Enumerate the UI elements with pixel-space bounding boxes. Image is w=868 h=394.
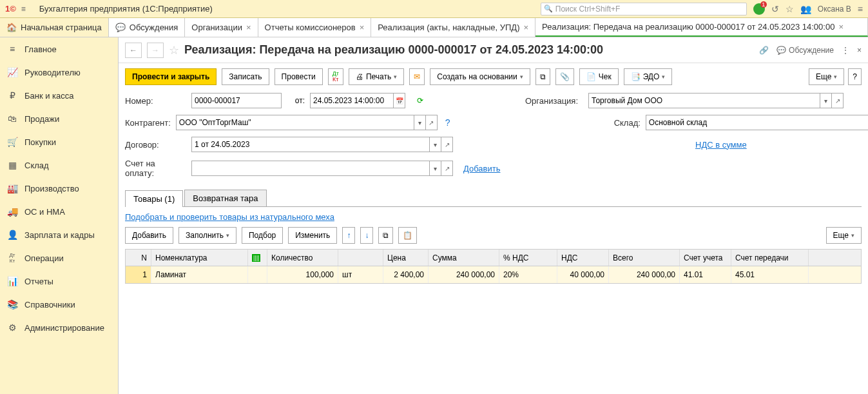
move-up-button[interactable]: ↑ [342, 227, 355, 244]
sidebar-item-production[interactable]: 🏭Производство [0, 177, 118, 200]
table-row[interactable]: 1 Ламинат 100,000 шт 2 400,00 240 000,00… [126, 266, 861, 283]
link-icon[interactable]: 🔗 [759, 46, 769, 55]
add-row-button[interactable]: Добавить [125, 227, 173, 244]
warehouse-input[interactable] [646, 115, 868, 130]
edo-button[interactable]: 📑ЭДО▾ [624, 68, 673, 85]
cell-acc[interactable]: 41.01 [680, 266, 731, 283]
col-acc-transfer[interactable]: Счет передачи [731, 250, 809, 266]
post-button[interactable]: Провести [275, 68, 323, 85]
favorite-icon[interactable]: ☆ [786, 4, 794, 14]
copy-button[interactable]: ⧉ [378, 227, 393, 244]
cell-vatpct[interactable]: 20% [499, 266, 557, 283]
sidebar-item-main[interactable]: ≡Главное [0, 37, 118, 61]
org-input[interactable] [588, 93, 820, 108]
chevron-down-icon[interactable]: ▾ [430, 137, 441, 152]
dtkt-button[interactable]: ДтКт [328, 68, 343, 85]
close-icon[interactable]: × [360, 23, 365, 32]
star-icon[interactable]: ☆ [169, 43, 179, 57]
discussion-button[interactable]: 💬Обсуждение [776, 46, 834, 55]
sidebar-item-reports[interactable]: 📊Отчеты [0, 270, 118, 293]
sidebar-item-manager[interactable]: 📈Руководителю [0, 61, 118, 84]
post-close-button[interactable]: Провести и закрыть [125, 68, 217, 85]
calendar-icon[interactable]: 📅 [394, 93, 405, 108]
contract-input[interactable] [191, 137, 430, 152]
col-qty[interactable]: Количество [267, 250, 338, 266]
print-button[interactable]: 🖨Печать▾ [349, 68, 404, 85]
number-input[interactable] [191, 93, 282, 108]
tab-realization-list[interactable]: Реализация (акты, накладные, УПД)× [371, 18, 535, 37]
user-name[interactable]: Оксана В [818, 5, 851, 14]
close-icon[interactable]: × [246, 23, 251, 32]
edit-button[interactable]: Изменить [288, 227, 337, 244]
cell-total[interactable]: 240 000,00 [609, 266, 680, 283]
help-icon[interactable]: ? [445, 117, 450, 128]
subtab-goods[interactable]: Товары (1) [125, 190, 183, 207]
col-unit[interactable] [338, 250, 383, 266]
refresh-icon[interactable]: ⟳ [417, 96, 423, 105]
mail-button[interactable]: ✉ [409, 68, 425, 85]
select-button[interactable]: Подбор [242, 227, 283, 244]
sidebar-item-catalogs[interactable]: 📚Справочники [0, 293, 118, 316]
cell-n[interactable]: 1 [126, 266, 151, 283]
close-icon[interactable]: × [524, 23, 529, 32]
close-icon[interactable]: × [857, 46, 862, 55]
fur-check-link[interactable]: Подобрать и проверить товары из натураль… [125, 212, 334, 222]
check-button[interactable]: 📄Чек [579, 68, 619, 85]
open-icon[interactable]: ↗ [441, 137, 453, 152]
col-price[interactable]: Цена [383, 250, 429, 266]
more-icon[interactable]: ⋮ [842, 46, 849, 55]
sidebar-item-operations[interactable]: ДтКтОперации [0, 246, 118, 270]
close-icon[interactable]: × [838, 22, 844, 32]
related-button[interactable]: ⧉ [535, 68, 550, 85]
sidebar-item-purchases[interactable]: 🛒Покупки [0, 130, 118, 153]
col-vatpct[interactable]: % НДС [499, 250, 557, 266]
open-icon[interactable]: ↗ [426, 115, 438, 130]
attach-button[interactable]: 📎 [555, 68, 574, 85]
col-n[interactable]: N [126, 250, 151, 266]
tab-realization-doc[interactable]: Реализация: Передача на реализацию 0000-… [535, 18, 868, 37]
cell-nomenclature[interactable]: Ламинат [151, 266, 248, 283]
counterparty-input[interactable] [176, 115, 414, 130]
cell-sum[interactable]: 240 000,00 [429, 266, 499, 283]
sidebar-item-bank[interactable]: ₽Банк и касса [0, 84, 118, 107]
paste-button[interactable]: 📋 [398, 227, 417, 244]
sidebar-item-assets[interactable]: 🚚ОС и НМА [0, 200, 118, 223]
chevron-down-icon[interactable]: ▾ [414, 115, 426, 130]
tab-organizations[interactable]: Организации× [185, 18, 258, 37]
chevron-down-icon[interactable]: ▾ [430, 161, 441, 176]
col-nomenclature[interactable]: Номенклатура [151, 250, 248, 266]
open-icon[interactable]: ↗ [441, 161, 453, 176]
col-sum[interactable]: Сумма [429, 250, 499, 266]
col-barcode-icon[interactable]: |||| [248, 250, 267, 266]
cell-price[interactable]: 2 400,00 [383, 266, 429, 283]
cell-unit[interactable]: шт [338, 266, 383, 283]
chevron-down-icon[interactable]: ▾ [820, 93, 832, 108]
more-button[interactable]: Еще▾ [809, 68, 844, 85]
cell-barcode[interactable] [248, 266, 267, 283]
users-icon[interactable]: 👥 [800, 4, 811, 14]
sidebar-item-sales[interactable]: 🛍Продажи [0, 107, 118, 130]
tab-commissioner-reports[interactable]: Отчеты комиссионеров× [258, 18, 372, 37]
date-input[interactable] [310, 93, 394, 108]
nav-back[interactable]: ← [125, 43, 142, 58]
cell-acc-transfer[interactable]: 45.01 [731, 266, 809, 283]
notification-icon[interactable] [753, 3, 765, 15]
vat-link[interactable]: НДС в сумме [695, 140, 747, 150]
tab-home[interactable]: 🏠Начальная страница [0, 18, 109, 37]
subtab-tare[interactable]: Возвратная тара [184, 190, 266, 206]
col-total[interactable]: Всего [609, 250, 680, 266]
create-based-button[interactable]: Создать на основании▾ [430, 68, 530, 85]
cell-vat[interactable]: 40 000,00 [557, 266, 609, 283]
user-menu-icon[interactable]: ≡ [858, 4, 863, 14]
col-acc[interactable]: Счет учета [680, 250, 731, 266]
table-more-button[interactable]: Еще▾ [826, 227, 862, 244]
tab-discussions[interactable]: 💬Обсуждения [109, 18, 186, 37]
invoice-input[interactable] [191, 161, 430, 176]
global-search[interactable]: Поиск Ctrl+Shift+F [541, 3, 747, 15]
menu-icon[interactable]: ≡ [21, 5, 33, 14]
sidebar-item-warehouse[interactable]: ▦Склад [0, 153, 118, 177]
sidebar-item-payroll[interactable]: 👤Зарплата и кадры [0, 223, 118, 246]
fill-button[interactable]: Заполнить▾ [178, 227, 236, 244]
nav-forward[interactable]: → [147, 43, 164, 58]
sidebar-item-admin[interactable]: ⚙Администрирование [0, 316, 118, 339]
